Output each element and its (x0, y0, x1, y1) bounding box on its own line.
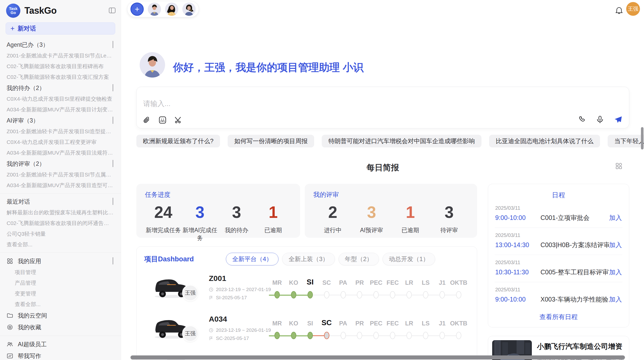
clock-icon (209, 287, 213, 292)
app-logo: Task Go (6, 4, 20, 18)
send-icon[interactable] (614, 115, 622, 124)
chevron-up-icon[interactable] (113, 85, 114, 92)
project-dates: 2023-12-19 ~ 2026-01-19 (209, 327, 271, 333)
sidebar-chat-item[interactable]: Z001-全新燃油轻卡产品开发项目SI造型提交物评审 (0, 126, 121, 137)
sidebar-collapse-icon[interactable] (109, 7, 116, 14)
sidebar-section-recent: 最近对话 解释最新出台的欧盟报废车法规再生塑料比例被调至15%...C02-飞腾… (0, 196, 121, 250)
sidebar-section-my-todo: 我的待办（2） C0X4-动力总成开发项目SI里程碑提交物检查A034-全新新能… (0, 82, 121, 115)
milestone-dot (423, 291, 428, 298)
dashboard-tab[interactable]: 全新平台（4） (226, 253, 279, 265)
suggestion-chip[interactable]: 欧洲新规最近颁布了什么? (136, 135, 220, 147)
join-link[interactable]: 加入 (609, 268, 622, 276)
sidebar-recent-item[interactable]: 解释最新出台的欧盟报废车法规再生塑料比例被调至15%... (0, 207, 121, 218)
vertical-scrollbar[interactable] (641, 127, 643, 149)
chevron-up-icon[interactable] (113, 117, 114, 124)
milestone-label: OKTB (450, 316, 467, 327)
horizontal-scrollbar[interactable] (130, 355, 625, 359)
join-link[interactable]: 加入 (609, 295, 622, 304)
milestone-dot (406, 332, 412, 339)
join-link[interactable]: 加入 (609, 214, 622, 222)
sidebar-chat-item[interactable]: C0X4-动力总成开发项目SI里程碑提交物检查 (0, 94, 121, 104)
new-chat-button[interactable]: + 新对话 (6, 22, 115, 35)
chat-input[interactable] (143, 100, 372, 108)
chevron-up-icon[interactable] (113, 41, 114, 48)
sidebar-app-item[interactable]: 产品管理 (0, 278, 121, 288)
agent-avatar-3[interactable] (182, 3, 196, 16)
sidebar-chat-item[interactable]: C02-飞腾新能源轻客改款项目立项汇报方案 (0, 72, 121, 82)
sidebar-item-my-apps[interactable]: 我的应用 (0, 255, 121, 267)
phone-icon[interactable] (578, 115, 586, 124)
chevron-up-icon[interactable] (113, 198, 114, 205)
favorites-label: 我的收藏 (18, 323, 41, 331)
dashboard-tab[interactable]: 全新上装（3） (282, 253, 335, 265)
stat-label: 进行中 (313, 226, 352, 234)
schedule-date: 2025/03/11 (495, 287, 622, 293)
sidebar-chat-item[interactable]: A034-全新新能源MUV产品开发项目法规符合性评审 (0, 147, 121, 158)
milestone-dot (357, 332, 362, 339)
chevron-up-icon[interactable] (113, 258, 114, 265)
notification-bell-icon[interactable] (615, 7, 623, 15)
sidebar-item-cloud-space[interactable]: 我的云空间 (0, 310, 121, 321)
sidebar-item-help-write[interactable]: 帮我写作 (0, 350, 121, 360)
scissors-icon[interactable] (174, 116, 182, 124)
sidebar: Task Go TaskGo + 新对话 Agent已办（3） Z001-全新燃… (0, 0, 121, 360)
milestone-label: SI (307, 275, 314, 286)
agent-avatar-1[interactable] (148, 3, 161, 16)
agent-avatar-2[interactable] (165, 3, 178, 16)
sidebar-recent-item[interactable]: 公司Q3轻卡销量 (0, 229, 121, 239)
assistant-avatar (140, 52, 165, 78)
sidebar-chat-item[interactable]: C02-飞腾新能源轻客改款项目里程碑画布 (0, 61, 121, 72)
sidebar-item-favorites[interactable]: 我的收藏 (0, 321, 121, 333)
suggestion-chip[interactable]: 如何写一份清晰的项目周报 (228, 135, 314, 147)
sidebar-recent-item[interactable]: C02-飞腾新能源轻客改款项目的闭环通告反馈情况 (0, 218, 121, 229)
image-icon[interactable] (158, 116, 167, 124)
ai-employee-label: AI超级员工 (18, 340, 47, 348)
clock-icon (209, 328, 213, 333)
sidebar-app-item[interactable]: 变更管理 (0, 288, 121, 299)
sidebar-chat-item[interactable]: Z001-全新燃油轻卡产品开发项目SI节点属性5D文件评审 (0, 169, 121, 180)
milestone-label: LR (405, 316, 413, 327)
chevron-up-icon[interactable] (113, 160, 114, 167)
suggestion-chip[interactable]: 特朗普可能对进口汽车增税会对中国车企造成哪些影响 (322, 135, 481, 147)
milestone-dot (440, 332, 445, 339)
section-title: Agent已办（3） (7, 41, 49, 49)
plus-icon: + (10, 24, 14, 33)
sidebar-item-ai-employee[interactable]: AI超级员工 (0, 338, 121, 350)
microphone-icon[interactable] (596, 115, 604, 124)
project-flag: SC-2025-05-17 (209, 336, 249, 341)
schedule-card: 日程 2025/03/11 9:00-10:00 C001-立项审批会 加入 2… (488, 184, 629, 327)
milestone-label: PR (355, 316, 364, 327)
view-all-schedule-link[interactable]: 查看所有日程 (488, 309, 629, 325)
join-link[interactable]: 加入 (609, 241, 622, 249)
sidebar-chat-item[interactable]: A034-全新新能源MUV产品开发项目造型可行性评审 (0, 180, 121, 191)
schedule-event-title: C001-立项审批会 (540, 214, 609, 222)
daily-brief-title: 每日简报 (367, 163, 399, 172)
user-avatar[interactable]: 王强 (626, 2, 640, 16)
suggestion-chip[interactable]: 比亚迪全固态电池计划具体说了什么 (489, 135, 600, 147)
add-agent-button[interactable]: + (130, 3, 144, 16)
recent-view-all[interactable]: 查看全部... (0, 239, 121, 250)
milestone-label: J1 (439, 316, 446, 327)
project-row[interactable]: 王强 A034 2023-12-19 ~ 2026-01-19 SC-2025-… (137, 312, 477, 352)
suggestion-chip[interactable]: 当下年轻人对汽车外观有怎样的喜好趋势 (608, 135, 644, 147)
sidebar-chat-item[interactable]: A034-全新新能源MUV产品开发项目计划变更表编写 (0, 104, 121, 115)
folder-icon (7, 312, 13, 319)
sidebar-chat-item[interactable]: C0X4-动力总成开发项目工程变更评审 (0, 137, 121, 147)
sidebar-app-item[interactable]: 查看全部... (0, 299, 121, 310)
schedule-time: 9:00-10:00 (495, 296, 540, 303)
project-owner-badge: 王强 (182, 285, 198, 301)
layout-grid-icon[interactable] (615, 162, 623, 170)
milestone-track: MRKOSISCPAPRPECFECLRLSJ1OKTB (269, 275, 467, 303)
milestone-label: KO (289, 316, 298, 327)
dashboard-tab[interactable]: 年型（2） (339, 253, 379, 265)
section-title: 我的评审（2） (7, 160, 45, 168)
paperclip-icon[interactable] (143, 116, 151, 124)
my-review-card: 我的评审 2 进行中 3 AI预评审 1 已逾期 3 待评审 (305, 184, 477, 238)
project-row[interactable]: 王强 Z001 2023-12-19 ~ 2027-01-19 SI-2025-… (137, 271, 477, 312)
dashboard-tab[interactable]: 动总开发（1） (383, 253, 435, 265)
sidebar-app-item[interactable]: 项目管理 (0, 267, 121, 278)
stat-label: 新增完成任务 (145, 226, 182, 234)
sidebar-chat-item[interactable]: Z001-全新燃油皮卡产品开发项目SI节点Lesson Learn报告 (0, 50, 121, 61)
milestone-label: FEC (387, 275, 399, 286)
milestone-label: LS (422, 316, 430, 327)
